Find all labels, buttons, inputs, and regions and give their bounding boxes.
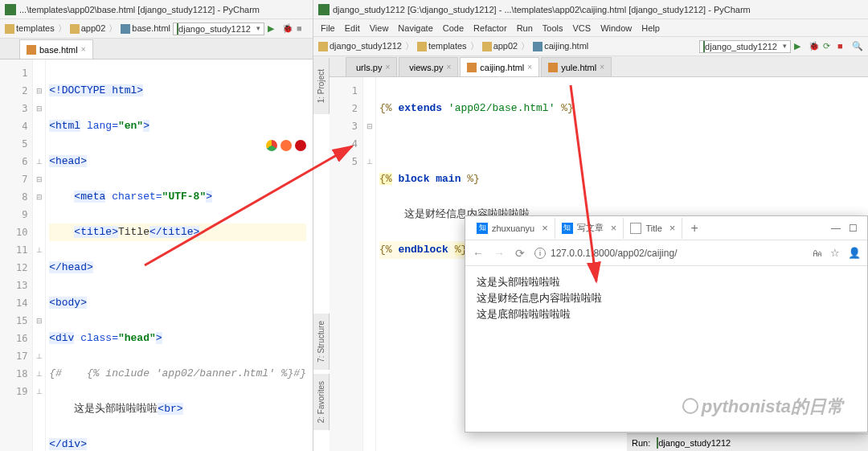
toolwindow-favorites[interactable]: 2: Favorites (313, 374, 330, 430)
forward-button[interactable]: → (493, 247, 506, 260)
editor-tabs-left: base.html × (0, 39, 313, 59)
tab-yule-html[interactable]: yule.html× (541, 57, 612, 76)
menu-refactor[interactable]: Refactor (469, 22, 511, 35)
breadcrumb-bar-right: django_study1212〉 templates〉 app02〉 caij… (313, 37, 868, 56)
window-title: django_study1212 [G:\django_study1212] -… (333, 5, 751, 14)
tab-urls-py[interactable]: urls.py× (346, 57, 397, 76)
crumb[interactable]: app02 (70, 23, 106, 34)
menu-run[interactable]: Run (513, 22, 537, 35)
html-file-icon (548, 63, 558, 72)
new-tab-button[interactable]: + (682, 221, 706, 236)
run-button[interactable]: ▶ (268, 23, 279, 35)
editor-tabs-right: urls.py× views.py× caijing.html× yule.ht… (313, 56, 868, 77)
search-icon[interactable]: 🔍 (852, 41, 863, 52)
stop-button[interactable]: ■ (837, 41, 849, 52)
toolwindow-project[interactable]: 1: Project (313, 58, 330, 114)
menu-view[interactable]: View (366, 22, 393, 35)
debug-button[interactable]: 🐞 (282, 23, 293, 35)
gutter: 12345 (330, 77, 363, 451)
html-file-icon (27, 45, 36, 55)
stop-button[interactable]: ■ (297, 23, 308, 35)
crumb[interactable]: templates (417, 41, 467, 51)
close-icon[interactable]: × (542, 222, 548, 234)
zhihu-icon: 知 (562, 223, 573, 234)
menu-file[interactable]: File (317, 22, 339, 35)
editor-left[interactable]: 12345 678910 1112131415 16171819 ⊟⊟⊥⊟⊟⊥⊟… (0, 59, 313, 451)
rerun-button[interactable]: ⟳ (823, 41, 834, 52)
document-icon (630, 223, 641, 234)
titlebar-right: django_study1212 [G:\django_study1212] -… (313, 0, 868, 19)
run-config-combo[interactable]: django_study1212 (699, 40, 791, 53)
gutter: 12345 678910 1112131415 16171819 (0, 59, 33, 451)
browser-tab-title[interactable]: Title× (624, 218, 682, 239)
menu-window[interactable]: Window (596, 22, 636, 35)
crumb[interactable]: caijing.html (533, 41, 588, 51)
maximize-button[interactable]: ☐ (849, 223, 858, 234)
window-title: ...\templates\app02\base.html [django_st… (19, 5, 260, 14)
debug-button[interactable]: 🐞 (809, 41, 820, 52)
close-icon[interactable]: × (527, 63, 532, 72)
fold-column[interactable]: ⊟⊥ (363, 77, 376, 451)
menu-help[interactable]: Help (637, 22, 664, 35)
browser-tab-zhuxuanyu[interactable]: 知 zhuxuanyu× (470, 218, 555, 239)
code-area[interactable]: <!DOCTYPE html> <html lang="en"> <head> … (46, 59, 313, 451)
close-icon[interactable]: × (81, 45, 86, 54)
run-config-name[interactable]: django_study1212 (657, 438, 731, 448)
bookmark-icon[interactable]: ☆ (830, 247, 840, 259)
browser-tab-write[interactable]: 知 写文章× (555, 218, 624, 239)
toolwindow-structure[interactable]: 7: Structure (313, 314, 330, 370)
close-icon[interactable]: × (600, 63, 604, 72)
browser-viewport: 这是头部啦啦啦啦 这是财经信息内容啦啦啦啦 这是底部啦啦啦啦啦 (465, 266, 867, 330)
page-line: 这是底部啦啦啦啦啦 (477, 306, 856, 322)
site-info-icon[interactable]: i (534, 248, 546, 259)
crumb[interactable]: templates (5, 23, 55, 34)
minimize-button[interactable]: — (831, 223, 841, 234)
page-line: 这是头部啦啦啦啦 (477, 274, 856, 290)
browser-preview-icons[interactable] (266, 140, 306, 151)
menu-bar[interactable]: File Edit View Navigate Code Refactor Ru… (313, 19, 868, 37)
pycharm-window-left: ...\templates\app02\base.html [django_st… (0, 0, 313, 451)
run-toolwindow-tab[interactable]: Run: django_study1212 (627, 433, 868, 451)
close-icon[interactable]: × (446, 63, 451, 72)
breadcrumb-bar-left: templates〉 app02〉 base.html django_study… (0, 19, 313, 39)
tab-caijing-html[interactable]: caijing.html× (460, 57, 539, 76)
opera-icon[interactable] (295, 140, 306, 151)
crumb[interactable]: django_study1212 (318, 41, 402, 51)
pycharm-icon (5, 4, 16, 15)
tab-base-html[interactable]: base.html × (19, 39, 93, 59)
zhihu-icon: 知 (477, 223, 488, 234)
address-bar[interactable]: i 127.0.0.1:8000/app02/caijing/ (534, 248, 804, 259)
crumb[interactable]: app02 (482, 41, 518, 51)
fold-column[interactable]: ⊟⊟⊥⊟⊟⊥⊟⊥⊥⊥ (33, 59, 46, 451)
menu-tools[interactable]: Tools (538, 22, 567, 35)
chrome-browser-window: 知 zhuxuanyu× 知 写文章× Title× + — ☐ ← → ⟳ i… (465, 215, 868, 433)
crumb[interactable]: base.html (121, 23, 170, 34)
menu-navigate[interactable]: Navigate (394, 22, 436, 35)
tab-views-py[interactable]: views.py× (399, 57, 458, 76)
html-file-icon (467, 63, 477, 72)
run-label: Run: (632, 438, 650, 448)
page-line: 这是财经信息内容啦啦啦啦 (477, 290, 856, 306)
url-text: 127.0.0.1:8000/app02/caijing/ (551, 248, 677, 259)
back-button[interactable]: ← (472, 247, 485, 260)
chrome-icon[interactable] (266, 140, 277, 151)
menu-vcs[interactable]: VCS (569, 22, 596, 35)
profile-icon[interactable]: 👤 (848, 247, 861, 259)
close-icon[interactable]: × (611, 222, 617, 234)
browser-toolbar: ← → ⟳ i 127.0.0.1:8000/app02/caijing/ 🗛 … (465, 240, 867, 266)
run-button[interactable]: ▶ (794, 41, 805, 52)
reload-button[interactable]: ⟳ (514, 247, 526, 260)
menu-code[interactable]: Code (439, 22, 468, 35)
browser-titlebar[interactable]: 知 zhuxuanyu× 知 写文章× Title× + — ☐ (465, 216, 867, 240)
pycharm-icon (318, 4, 330, 15)
menu-edit[interactable]: Edit (341, 22, 364, 35)
close-icon[interactable]: × (669, 222, 676, 234)
run-config-combo[interactable]: django_study1212 (173, 23, 264, 35)
firefox-icon[interactable] (280, 140, 292, 151)
titlebar-left: ...\templates\app02\base.html [django_st… (0, 0, 313, 19)
close-icon[interactable]: × (385, 63, 390, 72)
translate-icon[interactable]: 🗛 (812, 247, 822, 259)
